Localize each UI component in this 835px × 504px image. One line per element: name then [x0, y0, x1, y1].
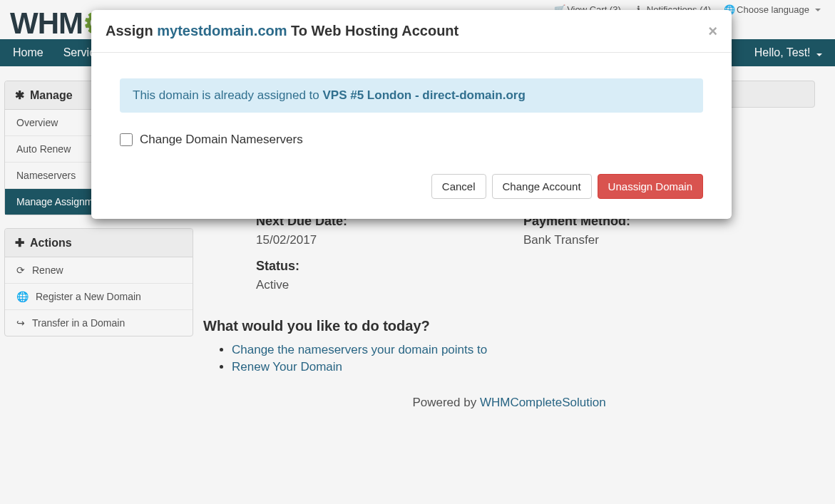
modal-footer: Cancel Change Account Unassign Domain: [91, 164, 732, 219]
cancel-button[interactable]: Cancel: [431, 174, 486, 199]
change-nameservers-checkbox[interactable]: [120, 133, 133, 146]
change-nameservers-checkbox-row[interactable]: Change Domain Nameservers: [120, 133, 703, 147]
modal-title-domain: mytestdomain.com: [157, 23, 287, 38]
modal-title: Assign mytestdomain.com To Web Hosting A…: [106, 23, 459, 39]
alert-service: VPS #5 London - direct-domain.org: [322, 88, 525, 102]
change-account-button[interactable]: Change Account: [492, 174, 592, 199]
alert-already-assigned: This domain is already assigned to VPS #…: [120, 78, 703, 113]
modal-body: This domain is already assigned to VPS #…: [91, 53, 732, 164]
unassign-domain-button[interactable]: Unassign Domain: [598, 174, 703, 199]
change-nameservers-label: Change Domain Nameservers: [140, 133, 303, 147]
close-icon[interactable]: ×: [708, 24, 717, 39]
modal-header: Assign mytestdomain.com To Web Hosting A…: [91, 10, 732, 53]
assign-domain-modal: Assign mytestdomain.com To Web Hosting A…: [91, 10, 732, 219]
alert-text: This domain is already assigned to: [133, 88, 322, 102]
modal-title-suffix: To Web Hosting Account: [287, 23, 459, 38]
modal-title-prefix: Assign: [106, 23, 157, 38]
